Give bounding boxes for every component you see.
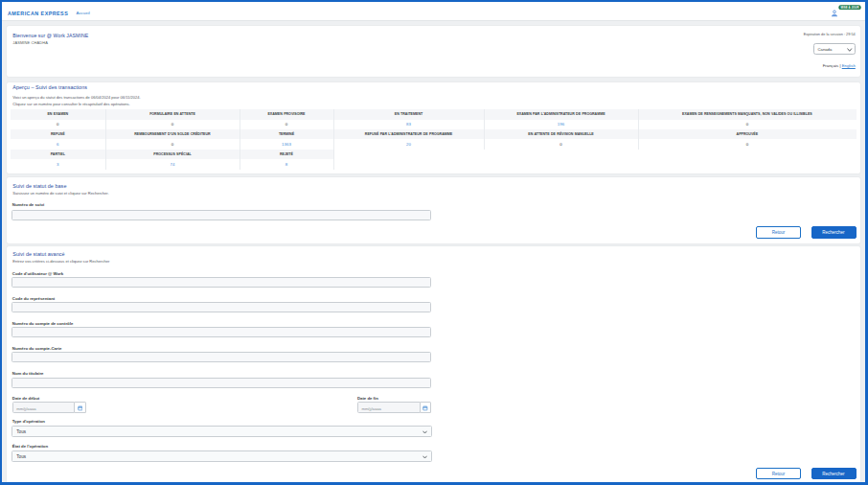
svg-text:MISE À JOUR: MISE À JOUR: [840, 5, 858, 10]
